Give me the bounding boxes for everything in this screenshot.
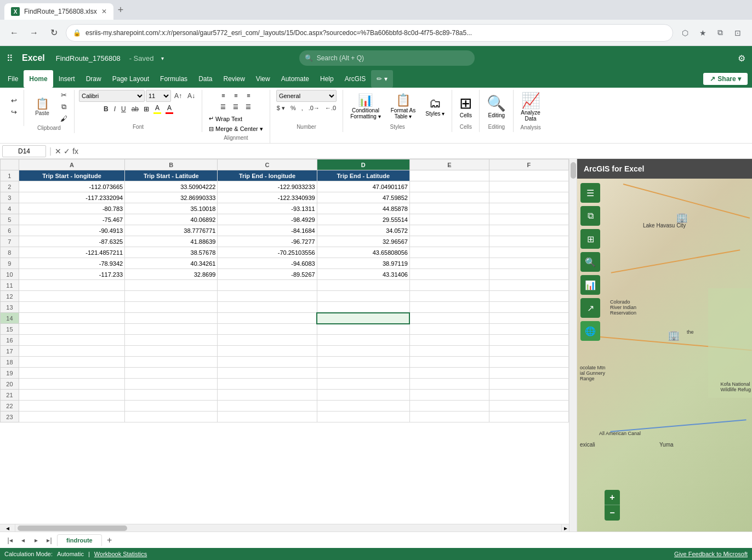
fill-color-button[interactable]: A bbox=[152, 104, 163, 115]
cell-b2[interactable]: 33.50904222 bbox=[125, 181, 218, 192]
cell-e4[interactable] bbox=[409, 203, 489, 214]
comma-button[interactable]: , bbox=[299, 104, 305, 113]
align-top-center-button[interactable]: ≡ bbox=[230, 90, 242, 101]
cell-a2[interactable]: -112.073665 bbox=[19, 181, 124, 192]
underline-button[interactable]: U bbox=[119, 105, 128, 113]
paste-button[interactable]: 📋 Paste bbox=[29, 96, 56, 118]
cell-d8[interactable]: 43.65808056 bbox=[317, 247, 409, 258]
horizontal-scrollbar[interactable]: ◂ ▸ bbox=[0, 524, 569, 532]
cell-a5[interactable]: -75.467 bbox=[19, 214, 124, 225]
cell-a4[interactable]: -80.783 bbox=[19, 203, 124, 214]
menu-data[interactable]: Data bbox=[193, 70, 218, 88]
cell-d2[interactable]: 47.04901167 bbox=[317, 181, 409, 192]
arcgis-menu-button[interactable]: ☰ bbox=[580, 183, 600, 203]
cell-e1[interactable] bbox=[409, 170, 489, 181]
new-tab-button[interactable]: + bbox=[113, 2, 128, 18]
font-size-select[interactable]: 11 bbox=[146, 90, 171, 102]
merge-center-button[interactable]: ⊟ Merge & Center ▾ bbox=[207, 124, 265, 134]
confirm-formula-icon[interactable]: ✓ bbox=[64, 147, 70, 156]
add-sheet-button[interactable]: + bbox=[104, 535, 115, 546]
format-as-table-button[interactable]: 📋 Format AsTable ▾ bbox=[388, 92, 419, 121]
arcgis-layers-button[interactable]: ⧉ bbox=[580, 206, 600, 226]
align-top-left-button[interactable]: ≡ bbox=[217, 90, 229, 101]
arcgis-chart-button[interactable]: 📊 bbox=[580, 275, 600, 295]
cell-e5[interactable] bbox=[409, 214, 489, 225]
align-mid-center-button[interactable]: ☰ bbox=[230, 101, 242, 112]
menu-help[interactable]: Help bbox=[315, 70, 339, 88]
cell-c2[interactable]: -122.9033233 bbox=[218, 181, 317, 192]
currency-button[interactable]: $ ▾ bbox=[275, 104, 287, 113]
format-painter-button[interactable]: 🖌 bbox=[58, 113, 70, 124]
cell-c14[interactable] bbox=[218, 313, 317, 324]
editing-button[interactable]: 🔍 Editing bbox=[484, 93, 509, 120]
cell-f7[interactable] bbox=[489, 236, 568, 247]
cell-b3[interactable]: 32.86990333 bbox=[125, 192, 218, 203]
increase-decimal-button[interactable]: .0→ bbox=[306, 104, 322, 113]
cell-f8[interactable] bbox=[489, 247, 568, 258]
percent-button[interactable]: % bbox=[288, 104, 298, 113]
pen-edit-button[interactable]: ✏ ▾ bbox=[371, 70, 392, 88]
arcgis-map[interactable]: Lake Havasu City ColoradoRiver IndianRes… bbox=[577, 179, 752, 532]
scroll-right-button[interactable]: ▸ bbox=[561, 524, 569, 532]
extensions-button[interactable]: ⧉ bbox=[713, 25, 728, 41]
scroll-left-button[interactable]: ◂ bbox=[0, 524, 15, 532]
vertical-scroll-thumb[interactable] bbox=[571, 162, 576, 179]
cast-button[interactable]: ⬡ bbox=[677, 25, 693, 41]
cell-f14[interactable] bbox=[489, 313, 568, 324]
cell-d5[interactable]: 29.55514 bbox=[317, 214, 409, 225]
cell-reference-input[interactable] bbox=[2, 145, 46, 157]
cell-a1[interactable]: Trip Start - longitude bbox=[19, 170, 124, 181]
cell-f9[interactable] bbox=[489, 258, 568, 269]
cell-f2[interactable] bbox=[489, 181, 568, 192]
menu-page-layout[interactable]: Page Layout bbox=[107, 70, 155, 88]
cell-a14[interactable] bbox=[19, 313, 124, 324]
number-format-select[interactable]: General bbox=[276, 90, 337, 102]
italic-button[interactable]: I bbox=[112, 105, 118, 113]
cut-button[interactable]: ✂ bbox=[58, 90, 70, 100]
cell-styles-button[interactable]: 🗂 Styles ▾ bbox=[423, 95, 447, 118]
profile-button[interactable]: ⊡ bbox=[730, 25, 745, 41]
cell-a10[interactable]: -117.233 bbox=[19, 269, 124, 280]
share-button[interactable]: ↗ Share ▾ bbox=[703, 73, 748, 85]
insert-function-icon[interactable]: fx bbox=[72, 147, 78, 156]
cell-f6[interactable] bbox=[489, 225, 568, 236]
cell-e8[interactable] bbox=[409, 247, 489, 258]
cell-f10[interactable] bbox=[489, 269, 568, 280]
zoom-out-button[interactable]: − bbox=[605, 505, 620, 521]
cell-b1[interactable]: Trip Start - Latitude bbox=[125, 170, 218, 181]
arcgis-share-button[interactable]: ↗ bbox=[580, 298, 600, 318]
menu-draw[interactable]: Draw bbox=[81, 70, 107, 88]
cell-d7[interactable]: 32.96567 bbox=[317, 236, 409, 247]
cell-a7[interactable]: -87.6325 bbox=[19, 236, 124, 247]
sheet-tab-findroute[interactable]: findroute bbox=[57, 534, 102, 546]
cell-c4[interactable]: -93.1311 bbox=[218, 203, 317, 214]
sheet-nav-prev[interactable]: ◂ bbox=[18, 535, 29, 546]
cell-e7[interactable] bbox=[409, 236, 489, 247]
font-name-select[interactable]: Calibri bbox=[79, 90, 145, 102]
cell-b14[interactable] bbox=[125, 313, 218, 324]
border-button[interactable]: ⊞ bbox=[142, 105, 151, 113]
cell-d14[interactable] bbox=[317, 313, 409, 324]
menu-review[interactable]: Review bbox=[218, 70, 250, 88]
cell-f3[interactable] bbox=[489, 192, 568, 203]
arcgis-basemap-button[interactable]: 🌐 bbox=[580, 321, 600, 341]
cell-a9[interactable]: -78.9342 bbox=[19, 258, 124, 269]
arcgis-table-button[interactable]: ⊞ bbox=[580, 229, 600, 249]
cells-button[interactable]: ⊞ Cells bbox=[457, 93, 475, 120]
cell-c1[interactable]: Trip End - longitude bbox=[218, 170, 317, 181]
cell-f1[interactable] bbox=[489, 170, 568, 181]
increase-font-button[interactable]: A↑ bbox=[172, 92, 184, 100]
cell-e6[interactable] bbox=[409, 225, 489, 236]
analyze-data-button[interactable]: 📈 AnalyzeData bbox=[518, 90, 543, 123]
cell-b8[interactable]: 38.57678 bbox=[125, 247, 218, 258]
cell-d9[interactable]: 38.97119 bbox=[317, 258, 409, 269]
cell-e14[interactable] bbox=[409, 313, 489, 324]
address-bar[interactable]: 🔒 esriis-my.sharepoint.com/:x:/r/persona… bbox=[66, 24, 673, 42]
copy-button[interactable]: ⧉ bbox=[58, 101, 70, 112]
feedback-link[interactable]: Give Feedback to Microsoft bbox=[674, 551, 748, 557]
apps-grid-icon[interactable]: ⠿ bbox=[7, 53, 13, 64]
cell-b5[interactable]: 40.06892 bbox=[125, 214, 218, 225]
menu-insert[interactable]: Insert bbox=[53, 70, 81, 88]
col-header-a[interactable]: A bbox=[19, 159, 124, 170]
col-header-b[interactable]: B bbox=[125, 159, 218, 170]
